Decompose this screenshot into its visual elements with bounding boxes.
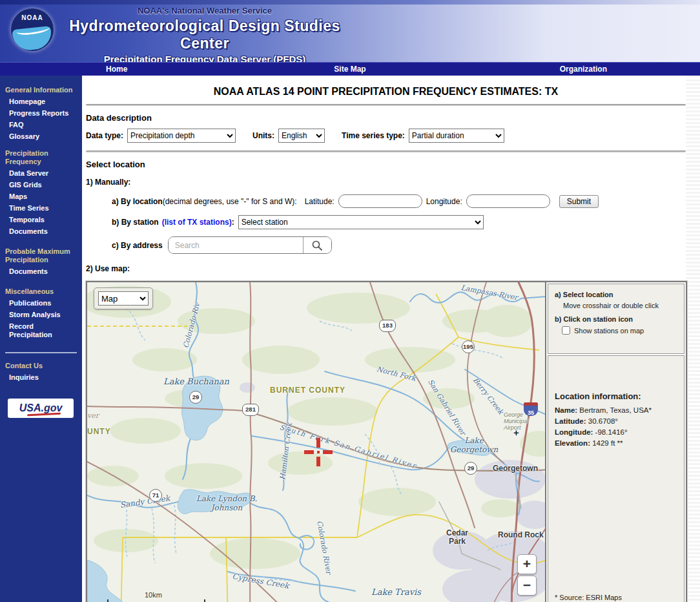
map-label-county-partial: UNTY xyxy=(87,427,111,436)
submit-button[interactable]: Submit xyxy=(559,195,599,208)
select-location-instruction: a) Select location xyxy=(555,290,677,299)
data-type-label: Data type: xyxy=(86,131,123,140)
longitude-input[interactable] xyxy=(466,194,550,208)
map-label-river-partial: ver xyxy=(87,411,99,420)
sidebar-item-temporals[interactable]: Temporals xyxy=(9,216,78,224)
crosshair-instruction: Move crosshair or double click xyxy=(563,301,677,310)
crosshair-marker[interactable] xyxy=(304,438,333,466)
show-stations-row: Show stations on map xyxy=(562,326,677,335)
location-information-heading: Location information: xyxy=(555,391,677,401)
main-content: NOAA ATLAS 14 POINT PRECIPITATION FREQUE… xyxy=(82,76,686,602)
data-type-select[interactable]: Precipitation depth xyxy=(127,129,236,143)
by-address-row: c) By address xyxy=(112,236,686,254)
sidebar-heading-general: General Information xyxy=(5,86,78,94)
nav-home[interactable]: Home xyxy=(0,65,233,74)
source-esri: * Source: ESRI Maps xyxy=(555,593,677,602)
sidebar-item-maps[interactable]: Maps xyxy=(9,192,78,201)
map-viewport[interactable]: Colorado Riv Lake Buchanan BURNET COUNTY… xyxy=(87,282,546,602)
noaa-logo[interactable]: NOAA xyxy=(11,8,54,51)
sidebar-heading-contact: Contact Us xyxy=(5,362,78,370)
location-latitude-row: Latitude: 30.6708° xyxy=(555,416,677,427)
units-label: Units: xyxy=(252,131,274,140)
sidebar-item-time-series[interactable]: Time Series xyxy=(9,204,78,213)
sidebar-heading-pmp: Probable Maximum Precipitation xyxy=(5,247,76,264)
zoom-controls: + − xyxy=(517,554,537,597)
time-series-type-select[interactable]: Partial duration xyxy=(409,129,504,143)
address-search-button[interactable] xyxy=(303,236,331,254)
map-label-burnet-county: BURNET COUNTY xyxy=(270,386,345,395)
zoom-in-button[interactable]: + xyxy=(517,554,537,574)
sidebar-item-homepage[interactable]: Homepage xyxy=(9,98,78,106)
zoom-out-button[interactable]: − xyxy=(517,576,537,596)
map-label-lake-georgetown: Lake Georgetown xyxy=(448,436,500,454)
by-station-label: b) By station xyxy=(112,218,159,227)
location-longitude-row: Longitude: -98.1416° xyxy=(555,427,677,438)
sidebar-item-documents-pmp[interactable]: Documents xyxy=(9,267,78,276)
latitude-label: Latitude: xyxy=(305,197,335,206)
nav-site-map[interactable]: Site Map xyxy=(233,65,466,74)
data-description-row: Data type: Precipitation depth Units: En… xyxy=(86,129,686,143)
page-background-stripe xyxy=(686,76,700,602)
nav-organization[interactable]: Organization xyxy=(467,65,700,74)
route-shield-71: 71 xyxy=(149,489,162,502)
location-information-box: Location information: Name: Bertram, Tex… xyxy=(548,355,685,602)
show-stations-label: Show stations on map xyxy=(574,327,644,335)
address-search-group xyxy=(168,236,332,254)
sidebar-item-record-precipitation[interactable]: Record Precipitation xyxy=(9,322,78,339)
tx-stations-link[interactable]: (list of TX stations) xyxy=(162,218,232,227)
location-name-row: Name: Bertram, Texas, USA* xyxy=(555,405,677,416)
units-select[interactable]: English xyxy=(278,129,325,143)
divider xyxy=(86,150,686,152)
by-location-hint: (decimal degrees, use "-" for S and W): xyxy=(163,197,297,206)
page-title: NOAA ATLAS 14 POINT PRECIPITATION FREQUE… xyxy=(86,86,686,98)
top-navbar: Home Site Map Organization xyxy=(0,62,700,76)
sidebar-heading-precip-frequency: Precipitation Frequency xyxy=(5,149,63,166)
select-location-heading: Select location xyxy=(86,160,686,169)
map-label-lake-travis: Lake Travis xyxy=(371,587,421,597)
sidebar-heading-misc: Miscellaneous xyxy=(5,287,78,296)
basemap-select[interactable]: Map xyxy=(98,291,149,306)
airport-plus-icon: + xyxy=(513,427,519,438)
site-title: Hydrometeorological Design Studies Cente… xyxy=(56,17,354,52)
by-location-label: a) By location xyxy=(112,197,163,206)
show-stations-checkbox[interactable] xyxy=(562,326,570,335)
header-banner: NOAA NOAA's National Weather Service Hyd… xyxy=(0,0,700,62)
route-shield-29-east: 29 xyxy=(464,462,477,475)
map-label-georgetown: Georgetown xyxy=(493,464,538,473)
sidebar-item-inquiries[interactable]: Inquiries xyxy=(9,373,78,382)
usagov-logo[interactable]: USA.gov xyxy=(8,399,74,418)
sidebar-item-documents-pf[interactable]: Documents xyxy=(9,227,78,236)
by-station-colon: : xyxy=(232,218,234,227)
search-icon xyxy=(311,240,323,251)
usagov-logo-text: USA.gov xyxy=(19,402,63,414)
map-container: Colorado Riv Lake Buchanan BURNET COUNTY… xyxy=(86,281,687,602)
scale-km-label: 10km xyxy=(145,591,162,599)
latitude-input[interactable] xyxy=(338,194,422,208)
address-search-input[interactable] xyxy=(169,237,303,253)
map-label-lake-buchanan: Lake Buchanan xyxy=(163,377,229,386)
divider xyxy=(86,104,686,106)
station-select[interactable]: Select station xyxy=(238,215,484,229)
sidebar-item-gis-grids[interactable]: GIS Grids xyxy=(9,181,78,189)
noaa-logo-text: NOAA xyxy=(11,14,54,21)
sidebar-item-storm-analysis[interactable]: Storm Analysis xyxy=(9,311,78,319)
sidebar-item-data-server[interactable]: Data Server xyxy=(9,169,78,178)
route-shield-281: 281 xyxy=(242,404,259,416)
map-instructions-box: a) Select location Move crosshair or dou… xyxy=(548,284,685,354)
map-label-lake-lbj: Lake Lyndon B. Johnson xyxy=(190,494,263,512)
sidebar-item-faq[interactable]: FAQ xyxy=(9,121,78,129)
map-sources: * Source: ESRI Maps ** Source: USGS xyxy=(555,593,677,602)
map-label-round-rock: Round Rock xyxy=(498,530,544,539)
sidebar-item-publications[interactable]: Publications xyxy=(9,299,78,307)
route-shield-183: 183 xyxy=(379,320,396,332)
sidebar-item-progress-reports[interactable]: Progress Reports xyxy=(9,109,78,118)
use-map-heading: 2) Use map: xyxy=(86,264,686,273)
map-label-cedar-park: Cedar Park xyxy=(439,529,475,546)
map-side-panel: a) Select location Move crosshair or dou… xyxy=(546,282,686,602)
manually-heading: 1) Manually: xyxy=(86,178,686,187)
sidebar-item-glossary[interactable]: Glossary xyxy=(9,132,78,141)
station-icon-instruction: b) Click on station icon xyxy=(555,315,677,324)
sidebar: General Information Homepage Progress Re… xyxy=(0,76,82,602)
by-address-label: c) By address xyxy=(112,241,163,250)
route-shield-195: 195 xyxy=(462,340,475,353)
